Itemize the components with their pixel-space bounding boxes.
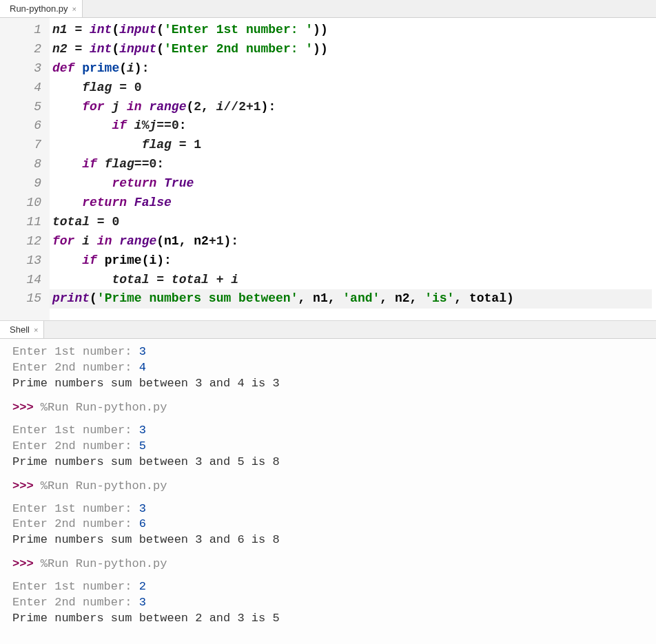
close-icon[interactable]: × [34, 326, 38, 334]
code-line: for i in range(n1, n2+1): [52, 234, 238, 248]
shell-prompt-text: Enter 2nd number: [12, 596, 139, 609]
shell-prompt-icon: >>> [12, 557, 41, 570]
line-number: 7 [6, 136, 41, 155]
shell-run-block: Enter 1st number: 2 Enter 2nd number: 3 … [12, 579, 644, 627]
line-number: 8 [6, 155, 41, 174]
line-number: 9 [6, 174, 41, 194]
code-line: n2 = int(input('Enter 2nd number: ')) [52, 42, 328, 56]
editor-tab[interactable]: Run-python.py × [0, 0, 83, 17]
shell-tab-bar: Shell × [0, 321, 656, 339]
shell-prompt-text: Enter 1st number: [12, 345, 139, 358]
line-number: 3 [6, 59, 41, 79]
line-number: 13 [6, 251, 41, 271]
line-number-gutter: 1 2 3 4 5 6 7 8 9 10 11 12 13 14 15 [0, 18, 50, 320]
editor-tab-label: Run-python.py [10, 3, 68, 14]
line-number: 1 [6, 21, 41, 40]
code-line: flag = 1 [52, 138, 201, 152]
shell-user-input: 6 [139, 517, 146, 530]
shell-user-input: 5 [139, 439, 146, 453]
shell-magic-command: %Run Run-python.py [41, 401, 167, 414]
shell-run-command: >>> %Run Run-python.py [12, 479, 644, 495]
shell-magic-command: %Run Run-python.py [41, 479, 167, 492]
shell-user-input: 2 [139, 580, 146, 593]
shell-prompt-icon: >>> [12, 401, 41, 414]
code-line: total = 0 [52, 215, 119, 229]
shell-run-block: Enter 1st number: 3 Enter 2nd number: 6 … [12, 501, 644, 549]
line-number: 5 [6, 98, 41, 117]
shell-magic-command: %Run Run-python.py [41, 557, 167, 570]
shell-run-command: >>> %Run Run-python.py [12, 557, 644, 572]
line-number: 2 [6, 40, 41, 59]
shell-output-line: Prime numbers sum between 3 and 4 is 3 [12, 376, 644, 392]
code-line-current: print('Prime numbers sum between', n1, '… [50, 289, 652, 309]
code-line: total = total + i [52, 273, 238, 287]
shell-prompt-text: Enter 2nd number: [12, 439, 139, 453]
shell-prompt-text: Enter 1st number: [12, 580, 139, 593]
code-area[interactable]: n1 = int(input('Enter 1st number: ')) n2… [50, 18, 520, 320]
shell-prompt-text: Enter 1st number: [12, 502, 139, 515]
shell-run-command: >>> %Run Run-python.py [12, 400, 644, 416]
code-editor[interactable]: 1 2 3 4 5 6 7 8 9 10 11 12 13 14 15 n1 =… [0, 18, 656, 321]
line-number: 14 [6, 271, 41, 290]
line-number: 11 [6, 213, 41, 232]
shell-user-input: 3 [139, 596, 146, 609]
shell-output[interactable]: Enter 1st number: 3 Enter 2nd number: 4 … [0, 339, 656, 639]
shell-output-line: Prime numbers sum between 2 and 3 is 5 [12, 611, 644, 627]
shell-user-input: 3 [139, 502, 146, 515]
shell-output-line: Prime numbers sum between 3 and 5 is 8 [12, 455, 644, 470]
shell-run-block: Enter 1st number: 3 Enter 2nd number: 4 … [12, 344, 644, 392]
shell-prompt-icon: >>> [12, 479, 41, 492]
shell-tab-label: Shell [10, 324, 30, 335]
code-line: return False [52, 196, 172, 209]
shell-tab[interactable]: Shell × [0, 321, 44, 338]
shell-run-block: Enter 1st number: 3 Enter 2nd number: 5 … [12, 423, 644, 470]
close-icon[interactable]: × [72, 5, 76, 13]
code-line: n1 = int(input('Enter 1st number: ')) [52, 23, 328, 37]
shell-output-line: Prime numbers sum between 3 and 6 is 8 [12, 532, 644, 548]
shell-prompt-text: Enter 2nd number: [12, 517, 139, 530]
editor-tab-bar: Run-python.py × [0, 0, 656, 18]
code-line: if flag==0: [52, 157, 164, 171]
line-number: 6 [6, 116, 41, 136]
code-line: return True [52, 176, 194, 190]
line-number: 10 [6, 194, 41, 213]
line-number: 15 [6, 289, 41, 309]
shell-user-input: 4 [139, 361, 146, 374]
code-line: flag = 0 [52, 81, 142, 94]
shell-user-input: 3 [139, 424, 146, 437]
code-line: for j in range(2, i//2+1): [52, 100, 276, 114]
line-number: 12 [6, 232, 41, 251]
code-line: if prime(i): [52, 253, 172, 267]
line-number: 4 [6, 79, 41, 98]
shell-prompt-text: Enter 1st number: [12, 424, 139, 437]
code-line: def prime(i): [52, 61, 149, 75]
shell-user-input: 3 [139, 345, 146, 358]
code-line: if i%j==0: [52, 118, 187, 132]
shell-prompt-text: Enter 2nd number: [12, 361, 139, 374]
